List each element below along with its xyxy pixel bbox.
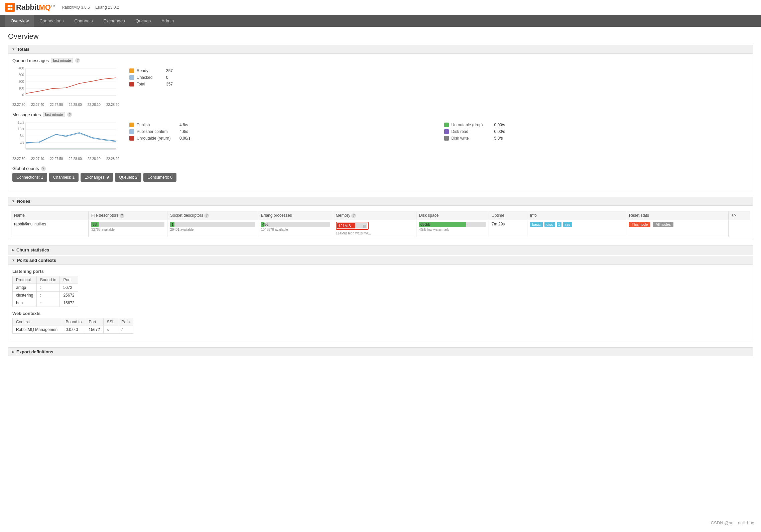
nav-queues[interactable]: Queues bbox=[130, 15, 156, 27]
disk-write-value: 5.0/s bbox=[494, 136, 503, 141]
socket-desc-help[interactable]: ? bbox=[204, 213, 209, 218]
col-bound-to: Bound to bbox=[37, 276, 60, 284]
totals-header[interactable]: ▼ Totals bbox=[8, 45, 753, 54]
rates-chart-labels: 22:27:30 22:27:40 22:27:50 22:28:00 22:2… bbox=[12, 157, 119, 161]
col-memory: Memory ? bbox=[333, 211, 416, 220]
info-num-btn[interactable]: 1 bbox=[557, 222, 561, 227]
memory-bar: 121MiB ▦ bbox=[337, 223, 367, 228]
exchanges-count-btn[interactable]: Exchanges: 9 bbox=[81, 173, 113, 182]
rates-time-tag[interactable]: last minute bbox=[43, 112, 65, 117]
unacked-value: 0 bbox=[166, 75, 168, 80]
node-file-desc-cell: 38 32768 available bbox=[89, 220, 167, 237]
nodes-section: ▼ Nodes Name File descriptors ? Socket d… bbox=[8, 197, 753, 240]
total-label: Total bbox=[137, 82, 163, 86]
svg-text:15/s: 15/s bbox=[18, 121, 24, 124]
export-definitions-header[interactable]: ▶ Export definitions bbox=[8, 347, 753, 356]
all-nodes-btn[interactable]: All nodes bbox=[653, 222, 673, 227]
totals-arrow: ▼ bbox=[12, 47, 15, 51]
nav-channels[interactable]: Channels bbox=[69, 15, 98, 27]
nav-admin[interactable]: Admin bbox=[156, 15, 179, 27]
global-counts-help[interactable]: ? bbox=[41, 166, 46, 171]
col-socket-desc: Socket descriptors ? bbox=[167, 211, 258, 220]
churn-arrow: ▶ bbox=[12, 248, 14, 252]
connections-count-btn[interactable]: Connections: 1 bbox=[12, 173, 47, 182]
port-protocol-amqp: amqp bbox=[13, 284, 37, 291]
publish-dot bbox=[129, 123, 134, 127]
port-bound-http: :: bbox=[37, 299, 60, 307]
svg-text:5/s: 5/s bbox=[20, 134, 24, 138]
node-socket-desc-cell: 1 29401 available bbox=[167, 220, 258, 237]
listening-ports-label: Listening ports bbox=[12, 269, 749, 274]
logo: RabbitMQTM bbox=[5, 3, 55, 12]
ports-body: Listening ports Protocol Bound to Port a… bbox=[8, 265, 753, 342]
queued-chart-labels: 22:27:30 22:27:40 22:27:50 22:28:00 22:2… bbox=[12, 103, 119, 107]
col-context: Context bbox=[13, 318, 62, 326]
port-row-http: http :: 15672 bbox=[13, 299, 78, 307]
svg-rect-3 bbox=[10, 8, 12, 10]
queued-messages-title: Queued messages last minute ? bbox=[12, 58, 749, 63]
nodes-arrow: ▼ bbox=[12, 199, 15, 203]
col-plus-minus[interactable]: +/- bbox=[728, 211, 750, 220]
total-value: 357 bbox=[166, 82, 173, 86]
node-memory-cell: 121MiB ▦ 114MiB high waterma... bbox=[333, 220, 416, 237]
header: RabbitMQTM RabbitMQ 3.8.5 Erlang 23.0.2 bbox=[0, 0, 761, 15]
totals-section: ▼ Totals Queued messages last minute ? bbox=[8, 45, 753, 191]
info-basic-btn[interactable]: basic bbox=[530, 222, 543, 227]
totals-label: Totals bbox=[17, 47, 29, 52]
disk-write-dot bbox=[444, 136, 449, 141]
main-content: Overview ▼ Totals Queued messages last m… bbox=[0, 27, 761, 363]
page-title: Overview bbox=[8, 32, 753, 41]
nav-overview[interactable]: Overview bbox=[5, 15, 34, 27]
col-ctx-ssl: SSL bbox=[103, 318, 118, 326]
publisher-confirm-label: Publisher confirm bbox=[137, 129, 177, 134]
svg-text:10/s: 10/s bbox=[18, 127, 24, 131]
ready-label: Ready bbox=[137, 68, 163, 73]
svg-text:0: 0 bbox=[22, 93, 24, 97]
queued-messages-help[interactable]: ? bbox=[75, 58, 80, 63]
svg-text:400: 400 bbox=[18, 66, 24, 70]
unroutable-drop-value: 0.00/s bbox=[494, 123, 505, 127]
queued-messages-chart-row: 400 300 200 100 0 22:27:30 22:27:40 bbox=[12, 65, 749, 107]
legend-unacked: Unacked 0 bbox=[129, 75, 749, 80]
port-num-http: 15672 bbox=[60, 299, 78, 307]
port-protocol-http: http bbox=[13, 299, 37, 307]
unacked-label: Unacked bbox=[137, 75, 163, 80]
node-disk-cell: 65GiB 4GiB low watermark bbox=[416, 220, 489, 237]
info-disc-btn[interactable]: disc bbox=[544, 222, 555, 227]
disk-read-label: Disk read bbox=[452, 129, 492, 134]
info-rss-btn[interactable]: rss bbox=[563, 222, 572, 227]
col-port: Port bbox=[60, 276, 78, 284]
nav-connections[interactable]: Connections bbox=[34, 15, 69, 27]
file-desc-help[interactable]: ? bbox=[120, 213, 124, 218]
churn-statistics-section: ▶ Churn statistics bbox=[8, 245, 753, 254]
legend-publisher-confirm: Publisher confirm 4.8/s bbox=[129, 129, 434, 134]
churn-statistics-header[interactable]: ▶ Churn statistics bbox=[8, 245, 753, 254]
ports-header[interactable]: ▼ Ports and contexts bbox=[8, 256, 753, 265]
col-ctx-bound-to: Bound to bbox=[62, 318, 85, 326]
erlang-proc-bar: 456 bbox=[261, 222, 330, 227]
this-node-btn[interactable]: This node bbox=[629, 222, 650, 227]
node-reset-stats-cell: This node All nodes bbox=[626, 220, 729, 237]
ports-section: ▼ Ports and contexts Listening ports Pro… bbox=[8, 256, 753, 342]
ports-arrow: ▼ bbox=[12, 258, 15, 262]
export-definitions-section: ▶ Export definitions bbox=[8, 347, 753, 356]
version-info: RabbitMQ 3.8.5 Erlang 23.0.2 bbox=[62, 5, 119, 10]
consumers-count-btn[interactable]: Consumers: 0 bbox=[143, 173, 176, 182]
ctx-name: RabbitMQ Management bbox=[13, 326, 62, 333]
port-num-amqp: 5672 bbox=[60, 284, 78, 291]
memory-help[interactable]: ? bbox=[351, 213, 356, 218]
file-desc-bar: 38 bbox=[91, 222, 164, 227]
rates-chart-svg: 15/s 10/s 5/s 0/s bbox=[12, 119, 119, 156]
nodes-header[interactable]: ▼ Nodes bbox=[8, 197, 753, 206]
disk-read-value: 0.00/s bbox=[494, 129, 505, 134]
message-rates-help[interactable]: ? bbox=[67, 112, 72, 117]
unroutable-drop-label: Unroutable (drop) bbox=[452, 123, 492, 127]
queues-count-btn[interactable]: Queues: 2 bbox=[115, 173, 141, 182]
memory-text: 121MiB bbox=[339, 223, 351, 228]
nav-exchanges[interactable]: Exchanges bbox=[98, 15, 130, 27]
time-tag[interactable]: last minute bbox=[51, 58, 73, 63]
legend-unroutable-return: Unroutable (return) 0.00/s bbox=[129, 136, 434, 141]
channels-count-btn[interactable]: Channels: 1 bbox=[49, 173, 79, 182]
ready-value: 357 bbox=[166, 68, 173, 73]
logo-icon bbox=[5, 3, 15, 12]
